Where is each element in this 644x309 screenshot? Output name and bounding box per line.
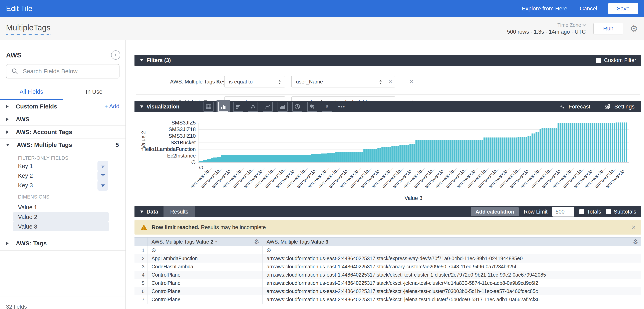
- field-label: Value 2: [18, 214, 37, 220]
- visualization-section-bar[interactable]: Visualization 6••• Forecast: [134, 101, 642, 112]
- viz-settings-label: Settings: [614, 104, 634, 110]
- viz-type-single-value-icon[interactable]: 6: [322, 102, 332, 112]
- chart-bar: [376, 149, 377, 162]
- chart-bar: [384, 147, 385, 162]
- chart-bar: [592, 123, 593, 162]
- row-limit-input[interactable]: [552, 207, 574, 216]
- tab-all-fields[interactable]: All Fields: [0, 84, 63, 100]
- tab-in-use[interactable]: In Use: [63, 84, 126, 100]
- chart-bar: [394, 146, 395, 162]
- field-row-key-1[interactable]: Key 1: [0, 161, 126, 171]
- forecast-button[interactable]: Forecast: [558, 103, 590, 110]
- viz-type-map-icon[interactable]: [307, 102, 317, 112]
- viz-type-column-icon[interactable]: [218, 102, 228, 112]
- cell-value-2: ∅: [148, 246, 262, 254]
- section-label: Custom Fields: [16, 103, 57, 110]
- table-header-row: AWS: Multiple Tags Value 2 ↑ ⚙ AWS: Mult…: [134, 237, 642, 246]
- chart-bar: [372, 149, 373, 162]
- field-row-key-2[interactable]: Key 2: [0, 171, 126, 180]
- viz-type-scatter-icon[interactable]: [248, 102, 258, 112]
- table-row[interactable]: 2AppLambdaFunctionarn:aws:cloudformation…: [134, 254, 642, 262]
- column-gear-icon[interactable]: ⚙: [633, 239, 638, 245]
- chart-bar: [510, 138, 511, 162]
- field-row-value-1[interactable]: Value 1: [13, 202, 109, 212]
- field-row-key-3[interactable]: Key 3: [0, 180, 126, 190]
- cancel-button[interactable]: Cancel: [580, 6, 597, 12]
- chart-bar: [342, 152, 343, 162]
- chart-bar: [370, 149, 371, 162]
- column-gear-icon[interactable]: ⚙: [254, 239, 259, 245]
- filters-section-bar[interactable]: Filters (3) Custom Filter: [134, 55, 642, 66]
- table-row[interactable]: 7ControlPlanearn:aws:cloudformation:us-e…: [134, 296, 642, 304]
- chart-bar: [424, 140, 425, 162]
- sidebar-section-aws-multiple-tags[interactable]: AWS: Multiple Tags5: [0, 138, 126, 151]
- totals-checkbox[interactable]: [579, 209, 584, 214]
- chart-bar: [314, 154, 315, 162]
- tab-results[interactable]: Results: [164, 206, 195, 217]
- table-row[interactable]: 3CodeHashLambdaarn:aws:cloudformation:us…: [134, 262, 642, 271]
- chart-bar: [318, 154, 319, 162]
- top-bar-actions: Explore from Here Cancel Save: [522, 3, 638, 14]
- warning-icon: [140, 224, 148, 231]
- viz-settings-button[interactable]: Settings: [604, 103, 634, 110]
- data-section-bar[interactable]: Data Results Add calculation Row Limit T…: [134, 206, 642, 217]
- field-row-value-3[interactable]: Value 3: [13, 222, 109, 231]
- row-limit-warning-banner: Row limit reached. Results may be incomp…: [134, 220, 642, 234]
- run-button[interactable]: Run: [593, 23, 624, 34]
- chart-bar: [398, 146, 399, 162]
- chart-bar: [336, 152, 337, 162]
- table-row[interactable]: 6ControlPlanearn:aws:cloudformation:us-e…: [134, 287, 642, 296]
- viz-type-line-icon[interactable]: [263, 102, 273, 112]
- viz-type-bar-icon[interactable]: [233, 102, 243, 112]
- table-row[interactable]: 4ControlPlanearn:aws:cloudformation:us-e…: [134, 271, 642, 279]
- viz-type-area-icon[interactable]: [278, 102, 288, 112]
- query-title[interactable]: MultipleTags: [6, 23, 50, 35]
- sidebar-section-custom-fields[interactable]: Custom Fields+ Add: [0, 100, 126, 113]
- viz-type-pie-icon[interactable]: [292, 102, 302, 112]
- column-header-value-3[interactable]: AWS: Multiple Tags Value 3 ⚙: [262, 238, 642, 246]
- collapse-sidebar-button[interactable]: [111, 50, 120, 60]
- chart-bar: [520, 137, 521, 162]
- chart-bar: [574, 123, 575, 162]
- chart-bar: [622, 122, 623, 162]
- add-calculation-button[interactable]: Add calculation: [471, 207, 519, 216]
- subtotals-checkbox[interactable]: [606, 209, 611, 214]
- time-zone-dropdown[interactable]: Time Zone: [557, 22, 586, 28]
- totals-toggle[interactable]: Totals: [579, 209, 601, 215]
- subtotals-toggle[interactable]: Subtotals: [606, 209, 636, 215]
- subtotals-label: Subtotals: [614, 209, 636, 215]
- chart-bar: [310, 155, 311, 162]
- custom-filter-checkbox[interactable]: [596, 58, 601, 63]
- filter-value-select[interactable]: user_Name×: [291, 76, 395, 88]
- query-settings-gear-icon[interactable]: ⚙: [630, 24, 638, 33]
- save-button[interactable]: Save: [608, 3, 638, 14]
- chart-bar: [560, 123, 561, 162]
- chart-bar: [334, 153, 335, 162]
- table-row[interactable]: 5ControlPlanearn:aws:cloudformation:us-e…: [134, 279, 642, 287]
- sidebar-section-aws-account-tags[interactable]: AWS: Account Tags: [0, 126, 126, 138]
- viz-type-more-icon[interactable]: •••: [337, 102, 347, 112]
- field-search[interactable]: [6, 64, 120, 78]
- dismiss-warning-icon[interactable]: ×: [632, 223, 636, 232]
- chart-bar: [366, 149, 367, 162]
- column-header-value-2[interactable]: AWS: Multiple Tags Value 2 ↑ ⚙: [148, 238, 262, 246]
- filter-by-field-button[interactable]: [98, 170, 108, 181]
- clear-filter-value-icon[interactable]: ×: [386, 76, 395, 87]
- filter-by-field-button[interactable]: [98, 161, 108, 172]
- remove-filter-icon[interactable]: ×: [409, 78, 414, 86]
- chart-bar: [346, 152, 347, 162]
- section-label: AWS: Tags: [16, 240, 47, 247]
- sidebar-section-aws[interactable]: AWS: [0, 113, 126, 126]
- filter-lines-icon: [100, 182, 106, 188]
- filter-operator-select[interactable]: is equal to: [224, 76, 285, 88]
- chart-bar: [488, 138, 489, 162]
- explore-from-here-button[interactable]: Explore from Here: [522, 6, 567, 12]
- viz-type-table-icon[interactable]: [204, 102, 214, 112]
- filter-by-field-button[interactable]: [98, 180, 108, 191]
- table-row[interactable]: 1∅∅: [134, 246, 642, 254]
- custom-filter-toggle[interactable]: Custom Filter: [596, 57, 636, 64]
- sidebar-section-aws-tags[interactable]: AWS: Tags: [0, 236, 126, 250]
- search-input[interactable]: [23, 68, 114, 75]
- add-custom-field-button[interactable]: + Add: [104, 103, 120, 110]
- field-row-value-2[interactable]: Value 2: [13, 212, 109, 222]
